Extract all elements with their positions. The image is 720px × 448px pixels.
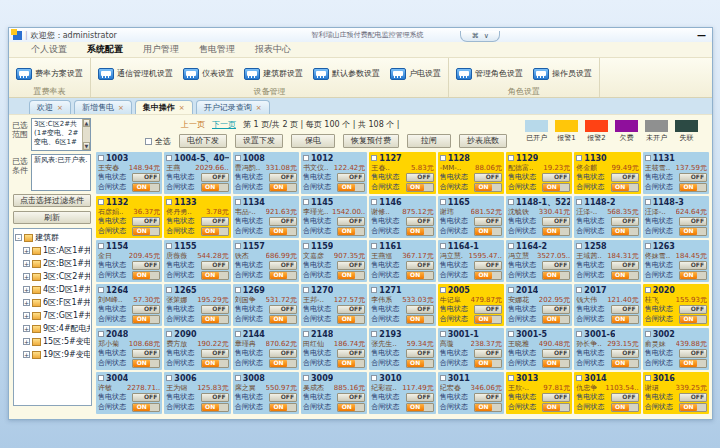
card-checkbox[interactable] [303,199,309,205]
sale-status-toggle[interactable]: OFF [542,305,570,314]
toolbar-action-button[interactable]: 恢复预付费 [343,134,399,148]
ribbon-button[interactable]: 管理角色设置 [456,68,523,80]
sale-status-toggle[interactable]: OFF [269,393,297,402]
sale-status-toggle[interactable]: OFF [201,217,229,226]
document-tab[interactable]: 开户记录查询 × [196,100,270,114]
meter-card[interactable]: 3013 王欣-.. 97.81元 售电状态 OFF 合闸状态 ON [506,372,572,414]
switch-status-toggle[interactable]: ON [542,359,570,368]
meter-card[interactable]: 1127 王春.. 5.83元 售电状态 OFF 合闸状态 ON [369,152,435,194]
card-checkbox[interactable] [166,199,172,205]
switch-status-toggle[interactable]: ON [201,359,229,368]
sale-status-toggle[interactable]: OFF [679,173,707,182]
sale-status-toggle[interactable]: OFF [132,393,160,402]
selected-condition-box[interactable]: 新风表:已开户表. [31,154,91,191]
card-checkbox[interactable] [440,375,446,381]
card-checkbox[interactable] [576,199,582,205]
sale-status-toggle[interactable]: OFF [406,217,434,226]
card-checkbox[interactable] [508,375,514,381]
meter-card[interactable]: 2014 安娜花 202.95元 售电状态 OFF 合闸状态 ON [506,284,572,326]
close-icon[interactable]: × [256,104,262,112]
sale-status-toggle[interactable]: OFF [132,261,160,270]
toolbar-action-button[interactable]: 设置下发 [235,134,283,148]
expand-icon[interactable]: + [23,273,30,280]
card-checkbox[interactable] [98,243,104,249]
sale-status-toggle[interactable]: OFF [337,261,365,270]
sale-status-toggle[interactable]: OFF [406,173,434,182]
select-all[interactable]: 全选 [145,136,171,147]
toolbar-action-button[interactable]: 抄表底数 [459,134,507,148]
meter-card[interactable]: 3011 纪宏春 346.06元 售电状态 OFF 合闸状态 ON [438,372,504,414]
switch-status-toggle[interactable]: ON [406,359,434,368]
close-icon[interactable]: × [57,104,63,112]
switch-status-toggle[interactable]: ON [201,271,229,280]
switch-status-toggle[interactable]: ON [132,227,160,236]
select-all-checkbox[interactable] [145,138,152,145]
next-page-link[interactable]: 下一页 [212,119,236,130]
minimize-button[interactable]: — [695,31,708,40]
tree-item[interactable]: + 2区:B区1#井(别 [15,257,90,270]
switch-status-toggle[interactable]: ON [474,315,502,324]
meter-card[interactable]: 1269 刘国争 531.72元 售电状态 OFF 合闸状态 ON [233,284,299,326]
card-checkbox[interactable] [440,287,446,293]
tree-item[interactable]: + 9区:4#配电井 ( [15,322,90,335]
meter-card[interactable]: 1165 谢玮 681.52元 售电状态 OFF 合闸状态 ON [438,196,504,238]
meter-card[interactable]: 1155 唐薇薇 544.28元 售电状态 OFF 合闸状态 ON [164,240,230,282]
switch-status-toggle[interactable]: ON [269,359,297,368]
sale-status-toggle[interactable]: OFF [679,261,707,270]
meter-card[interactable]: 2193 张先生.. 59.34元 售电状态 OFF 合闸状态 ON [369,328,435,370]
switch-status-toggle[interactable]: ON [337,359,365,368]
document-tab[interactable]: 欢迎 × [29,100,71,114]
card-checkbox[interactable] [371,287,377,293]
sale-status-toggle[interactable]: OFF [679,305,707,314]
card-checkbox[interactable] [508,199,514,205]
tree-item[interactable]: + 15区:5#变电站 (3 [15,335,90,348]
card-checkbox[interactable] [645,243,651,249]
meter-card[interactable]: 1146 谢修.. 875.12元 售电状态 OFF 合闸状态 ON [369,196,435,238]
selected-range-listbox[interactable]: ▲ ▼ 3区:C区2#共(1#变电、2#变电、6区1# [31,118,91,151]
tree-item[interactable]: + 1区:A区1#井 [15,244,90,257]
card-checkbox[interactable] [235,375,241,381]
sale-status-toggle[interactable]: OFF [201,173,229,182]
meter-card[interactable]: 2020 桂飞 155.93元 售电状态 OFF 合闸状态 ON [643,284,709,326]
sale-status-toggle[interactable]: OFF [337,217,365,226]
card-checkbox[interactable] [576,155,582,161]
card-checkbox[interactable] [440,243,446,249]
switch-status-toggle[interactable]: ON [337,315,365,324]
ribbon-button[interactable]: 通信管理机设置 [98,68,173,80]
expand-icon[interactable]: + [23,338,30,345]
switch-status-toggle[interactable]: ON [337,403,365,412]
meter-card[interactable]: 1008 曹冯韵.. 331.08元 售电状态 OFF 合闸状态 ON [233,152,299,194]
card-checkbox[interactable] [166,243,172,249]
expand-icon[interactable]: + [23,299,30,306]
meter-card[interactable]: 2017 钱大伟 121.40元 售电状态 OFF 合闸状态 ON [574,284,640,326]
sale-status-toggle[interactable]: OFF [542,393,570,402]
switch-status-toggle[interactable]: ON [474,227,502,236]
card-checkbox[interactable] [371,199,377,205]
menu-tab[interactable]: 售电管理 [199,43,235,56]
sale-status-toggle[interactable]: OFF [611,393,639,402]
sale-status-toggle[interactable]: OFF [679,393,707,402]
meter-card[interactable]: 1148-1、522 沈毓铁 330.41元 售电状态 OFF 合闸状态 ON [506,196,572,238]
card-checkbox[interactable] [235,155,241,161]
sale-status-toggle[interactable]: OFF [406,261,434,270]
switch-status-toggle[interactable]: ON [269,315,297,324]
card-checkbox[interactable] [645,155,651,161]
menu-tab[interactable]: 系统配置 [87,43,123,56]
switch-status-toggle[interactable]: ON [132,359,160,368]
meter-card[interactable]: 1128 -MM-.. 88.06元 售电状态 OFF 合闸状态 ON [438,152,504,194]
meter-card[interactable]: 2048 郑小菊 108.68元 售电状态 OFF 合闸状态 ON [96,328,162,370]
card-checkbox[interactable] [576,287,582,293]
ribbon-button[interactable]: 费率方案设置 [16,68,83,80]
expand-icon[interactable]: + [23,260,30,267]
switch-status-toggle[interactable]: ON [542,315,570,324]
tree-item[interactable]: + 19区:9#变电站 [15,348,90,361]
tree-item[interactable]: + 7区:G区1#井 [15,309,90,322]
ribbon-button[interactable]: 默认参数设置 [313,68,380,80]
meter-card[interactable]: 1164-1 冯立慧. 1595.47.. 售电状态 OFF 合闸状态 ON [438,240,504,282]
card-checkbox[interactable] [371,155,377,161]
switch-status-toggle[interactable]: ON [406,183,434,192]
meter-card[interactable]: 3001-6 孙长争.. 293.15元 售电状态 OFF 合闸状态 ON [574,328,640,370]
meter-card[interactable]: 1132 石彦娟.. 36.37元 售电状态 OFF 合闸状态 ON [96,196,162,238]
switch-status-toggle[interactable]: ON [337,271,365,280]
card-checkbox[interactable] [235,243,241,249]
